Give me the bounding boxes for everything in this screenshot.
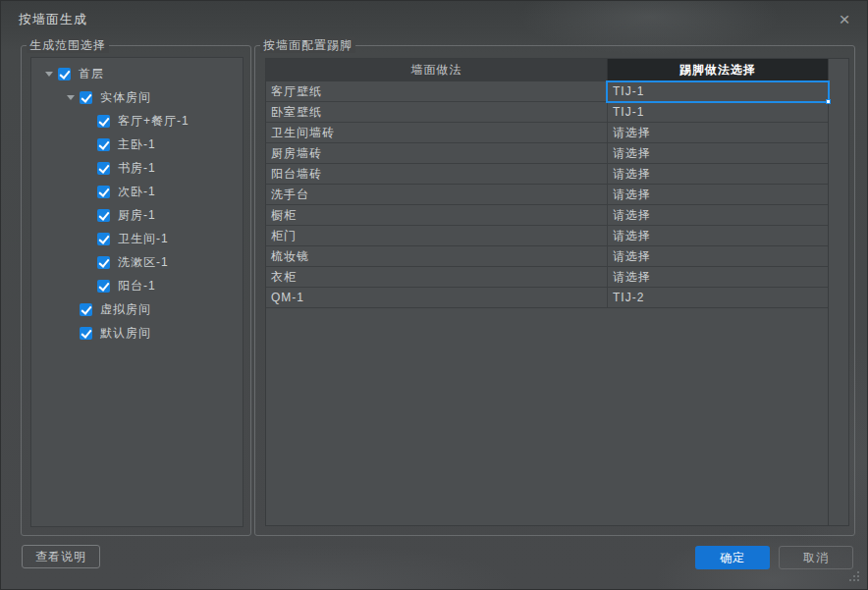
tree-item-label: 书房-1 — [118, 160, 156, 177]
table-row[interactable]: 卧室壁纸 TIJ-1 — [266, 102, 828, 123]
table-row[interactable]: 衣柜 请选择 — [266, 267, 828, 288]
wall-finish-cell[interactable]: 卫生间墙砖 — [266, 123, 607, 142]
checkbox-checked-icon[interactable] — [80, 327, 92, 340]
skirting-select-cell[interactable]: 请选择 — [607, 185, 828, 204]
table-row[interactable]: 橱柜 请选择 — [266, 205, 828, 226]
expand-arrow-icon[interactable] — [84, 237, 97, 241]
expand-arrow-icon[interactable] — [84, 260, 97, 265]
tree-item[interactable]: 书房-1 — [31, 156, 243, 180]
wall-finish-cell[interactable]: 衣柜 — [266, 267, 607, 287]
wall-finish-cell[interactable]: 柜门 — [266, 226, 607, 245]
close-button[interactable]: × — [830, 5, 859, 32]
table-row[interactable]: 柜门 请选择 — [266, 226, 828, 246]
expand-arrow-icon[interactable] — [84, 213, 97, 218]
column-header-wall-finish[interactable]: 墙面做法 — [266, 59, 607, 81]
table-row[interactable]: 厨房墙砖 请选择 — [266, 143, 828, 164]
skirting-select-cell[interactable]: 请选择 — [607, 267, 828, 287]
tree-item-label: 厨房-1 — [118, 207, 156, 224]
expand-arrow-icon[interactable] — [84, 189, 97, 194]
tree-item-label: 默认房间 — [100, 325, 151, 342]
skirting-select-cell[interactable]: TIJ-2 — [607, 288, 828, 307]
table-right-border — [828, 59, 829, 525]
generation-scope-label: 生成范围选择 — [27, 37, 109, 53]
expand-arrow-icon[interactable] — [84, 142, 97, 147]
wall-finish-cell[interactable]: 客厅壁纸 — [266, 81, 607, 101]
tree-item[interactable]: 虚拟房间 — [31, 297, 243, 321]
skirting-select-cell[interactable]: 请选择 — [607, 164, 828, 184]
wall-finish-cell[interactable]: 卧室壁纸 — [266, 102, 607, 122]
wall-finish-cell[interactable]: 厨房墙砖 — [266, 143, 607, 163]
expand-arrow-icon[interactable] — [45, 72, 58, 77]
tree-item[interactable]: 首层 — [31, 62, 243, 85]
tree-item[interactable]: 默认房间 — [31, 321, 243, 345]
expand-arrow-icon[interactable] — [67, 307, 80, 312]
tree-item-label: 虚拟房间 — [100, 301, 151, 318]
expand-arrow-icon[interactable] — [84, 284, 97, 289]
tree-item[interactable]: 阳台-1 — [31, 274, 243, 297]
checkbox-checked-icon[interactable] — [80, 303, 92, 316]
skirting-config-groupbox: 按墙面配置踢脚 墙面做法 踢脚做法选择 客厅壁纸 TIJ-1 卧室壁纸 TIJ-… — [254, 45, 855, 536]
checkbox-checked-icon[interactable] — [58, 68, 71, 80]
tree-item[interactable]: 实体房间 — [31, 85, 243, 109]
tree-item-label: 客厅+餐厅-1 — [118, 113, 190, 130]
wall-finish-cell[interactable]: 梳妆镜 — [266, 246, 607, 266]
skirting-select-cell[interactable]: 请选择 — [607, 143, 828, 163]
tree-item-label: 洗漱区-1 — [118, 254, 169, 271]
generate-by-wall-dialog: 按墙面生成 × 生成范围选择 首层 实体房间 客厅+餐厅-1 主卧-1 书房-1… — [0, 0, 868, 590]
room-tree[interactable]: 首层 实体房间 客厅+餐厅-1 主卧-1 书房-1 次卧-1 厨房-1 卫生间-… — [30, 57, 244, 527]
checkbox-checked-icon[interactable] — [97, 256, 110, 269]
checkbox-checked-icon[interactable] — [97, 115, 110, 128]
tree-item[interactable]: 次卧-1 — [31, 180, 243, 203]
dialog-title: 按墙面生成 — [19, 11, 87, 28]
checkbox-checked-icon[interactable] — [80, 91, 92, 104]
tree-item-label: 阳台-1 — [118, 278, 156, 295]
table-body: 客厅壁纸 TIJ-1 卧室壁纸 TIJ-1 卫生间墙砖 请选择 厨房墙砖 请选择… — [266, 81, 848, 308]
checkbox-checked-icon[interactable] — [97, 162, 110, 175]
table-row[interactable]: 洗手台 请选择 — [266, 185, 828, 205]
checkbox-checked-icon[interactable] — [97, 186, 110, 198]
checkbox-checked-icon[interactable] — [97, 209, 110, 222]
table-row[interactable]: 卫生间墙砖 请选择 — [266, 123, 828, 143]
wall-finish-cell[interactable]: 洗手台 — [266, 185, 607, 204]
skirting-table[interactable]: 墙面做法 踢脚做法选择 客厅壁纸 TIJ-1 卧室壁纸 TIJ-1 卫生间墙砖 … — [265, 58, 849, 526]
ok-button[interactable]: 确定 — [695, 546, 770, 569]
resize-grip[interactable] — [848, 570, 861, 583]
wall-finish-cell[interactable]: 橱柜 — [266, 205, 607, 225]
expand-arrow-icon[interactable] — [67, 331, 80, 336]
skirting-select-cell[interactable]: 请选择 — [607, 246, 828, 266]
table-row[interactable]: 阳台墙砖 请选择 — [266, 164, 828, 185]
tree-item-label: 次卧-1 — [118, 184, 156, 200]
skirting-select-cell[interactable]: 请选择 — [607, 205, 828, 225]
tree-item[interactable]: 客厅+餐厅-1 — [31, 109, 243, 133]
expand-arrow-icon[interactable] — [84, 119, 97, 124]
tree-item-label: 主卧-1 — [118, 136, 156, 153]
wall-finish-cell[interactable]: QM-1 — [266, 288, 607, 307]
table-row[interactable]: QM-1 TIJ-2 — [266, 288, 828, 308]
table-header: 墙面做法 踢脚做法选择 — [266, 59, 828, 81]
skirting-select-cell[interactable]: 请选择 — [607, 226, 828, 245]
tree-item[interactable]: 卫生间-1 — [31, 227, 243, 250]
column-header-skirting-select[interactable]: 踢脚做法选择 — [607, 59, 828, 81]
tree-item-label: 首层 — [79, 66, 104, 82]
cancel-button[interactable]: 取消 — [779, 546, 853, 569]
skirting-select-cell[interactable]: 请选择 — [607, 123, 828, 142]
view-help-button[interactable]: 查看说明 — [22, 545, 100, 568]
tree-item[interactable]: 主卧-1 — [31, 133, 243, 156]
wall-finish-cell[interactable]: 阳台墙砖 — [266, 164, 607, 184]
checkbox-checked-icon[interactable] — [97, 280, 110, 293]
title-bar[interactable]: 按墙面生成 × — [1, 1, 867, 34]
expand-arrow-icon[interactable] — [84, 166, 97, 171]
tree-item-label: 卫生间-1 — [118, 231, 169, 247]
close-icon: × — [839, 10, 849, 28]
expand-arrow-icon[interactable] — [67, 95, 80, 100]
table-row[interactable]: 梳妆镜 请选择 — [266, 246, 828, 267]
tree-item-label: 实体房间 — [100, 89, 151, 106]
tree-item[interactable]: 洗漱区-1 — [31, 250, 243, 274]
checkbox-checked-icon[interactable] — [97, 233, 110, 245]
skirting-select-cell[interactable]: TIJ-1 — [607, 81, 828, 101]
skirting-config-label: 按墙面配置踢脚 — [260, 37, 355, 53]
checkbox-checked-icon[interactable] — [97, 138, 110, 151]
tree-item[interactable]: 厨房-1 — [31, 203, 243, 227]
table-row[interactable]: 客厅壁纸 TIJ-1 — [266, 81, 828, 102]
skirting-select-cell[interactable]: TIJ-1 — [607, 102, 828, 122]
